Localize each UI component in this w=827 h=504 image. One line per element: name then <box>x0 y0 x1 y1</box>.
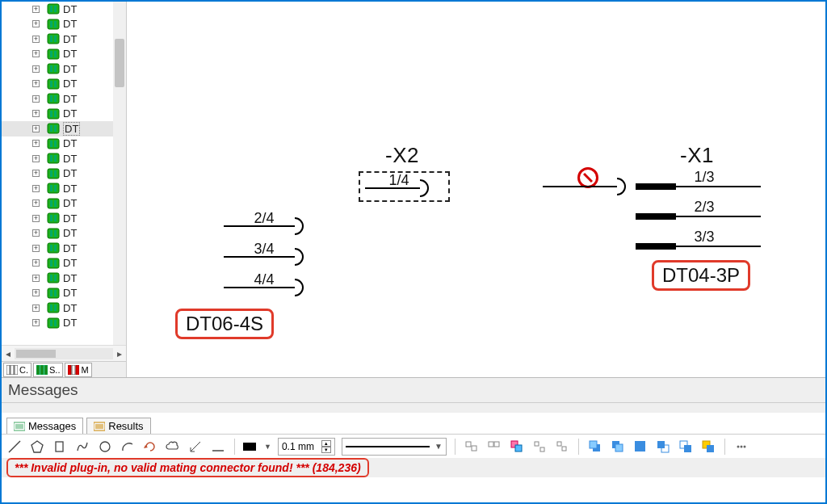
spline-tool-icon[interactable] <box>74 439 90 455</box>
drawing-canvas[interactable]: -X2 1/4 2/4 3/4 4/4 DT06-4S -X1 1/3 2/3 … <box>127 2 825 377</box>
spinner-up[interactable]: ▴ <box>321 440 331 447</box>
tree-item[interactable]: +DT <box>2 300 126 316</box>
tree-expander-icon[interactable]: + <box>32 80 40 87</box>
layers-tool-icon[interactable] <box>700 439 716 455</box>
bring-front-icon[interactable] <box>587 439 603 455</box>
tree-expander-icon[interactable]: + <box>32 215 40 222</box>
tree-item[interactable]: +DT <box>2 32 126 47</box>
tree-tab-label: M <box>81 365 88 375</box>
svg-rect-2 <box>54 6 57 12</box>
spinner-down[interactable]: ▾ <box>321 447 331 453</box>
align-tool-icon[interactable] <box>554 439 570 455</box>
cloud-tool-icon[interactable] <box>165 439 181 455</box>
tree-expander-icon[interactable]: + <box>32 20 40 27</box>
rotate-tool-icon[interactable] <box>142 439 158 455</box>
tree-tab-s[interactable]: S.. <box>33 363 63 377</box>
align-tool-icon[interactable] <box>531 439 548 455</box>
tree-expander-icon[interactable]: + <box>32 170 40 177</box>
connector-icon <box>47 153 60 164</box>
scroll-right-arrow[interactable]: ▸ <box>113 347 126 360</box>
tree-expander-icon[interactable]: + <box>32 110 40 117</box>
dimension-tool-icon[interactable] <box>187 439 204 455</box>
tree-item[interactable]: +DT <box>2 151 126 166</box>
line-style-dropdown[interactable]: ▼ <box>342 438 447 456</box>
tree-item[interactable]: +DT <box>2 121 126 136</box>
scroll-left-arrow[interactable]: ◂ <box>2 347 15 360</box>
tree-expander-icon[interactable]: + <box>32 95 40 103</box>
connector-icon <box>47 258 60 269</box>
tree-item[interactable]: +DT <box>2 181 126 196</box>
tree-item-label: DT <box>63 167 77 179</box>
tree-item-label: DT <box>63 227 77 239</box>
order-tool-icon[interactable] <box>655 439 671 455</box>
tree-tab-m[interactable]: M <box>65 363 91 377</box>
circle-tool-icon[interactable] <box>97 439 113 455</box>
svg-rect-62 <box>54 304 57 311</box>
line-width-input[interactable]: 0.1 mm ▴ ▾ <box>278 438 335 456</box>
tree-item[interactable]: +DT <box>2 316 126 331</box>
tree-item[interactable]: +DT <box>2 196 126 212</box>
rectangle-tool-icon[interactable] <box>52 439 68 455</box>
tree-item[interactable]: +DT <box>2 47 126 62</box>
baseline-tool-icon[interactable] <box>210 439 226 455</box>
order-tool-icon[interactable] <box>632 439 649 455</box>
tree-horizontal-scrollbar[interactable]: ◂ ▸ <box>2 345 126 361</box>
tree-item[interactable]: +DT <box>2 107 126 122</box>
tree-item[interactable]: +DT <box>2 241 126 256</box>
group-tool-icon[interactable] <box>509 439 525 455</box>
tree-item[interactable]: +DT <box>2 77 126 92</box>
tree-tab-label: C. <box>19 365 28 375</box>
align-tool-icon[interactable] <box>486 439 502 455</box>
tree-expander-icon[interactable]: + <box>32 6 40 13</box>
order-tool-icon[interactable] <box>678 439 694 455</box>
svg-rect-27 <box>48 139 59 149</box>
svg-rect-69 <box>36 365 40 375</box>
arc-tool-icon[interactable] <box>120 439 136 455</box>
tree-list[interactable]: +DT+DT+DT+DT+DT+DT+DT+DT+DT+DT+DT+DT+DT+… <box>2 2 126 345</box>
tree-item[interactable]: +DT <box>2 2 126 17</box>
svg-rect-13 <box>50 65 52 72</box>
tree-item[interactable]: +DT <box>2 286 126 301</box>
svg-rect-72 <box>68 365 71 375</box>
tree-item[interactable]: +DT <box>2 91 126 107</box>
tree-item[interactable]: +DT <box>2 211 126 226</box>
tree-item[interactable]: +DT <box>2 136 126 152</box>
tree-expander-icon[interactable]: + <box>32 125 40 132</box>
tree-expander-icon[interactable]: + <box>32 319 40 326</box>
tree-item[interactable]: +DT <box>2 271 126 286</box>
tab-results[interactable]: Results <box>86 418 150 434</box>
tree-expander-icon[interactable]: + <box>32 304 40 312</box>
tree-expander-icon[interactable]: + <box>32 245 40 252</box>
color-swatch[interactable] <box>243 443 256 451</box>
tree-expander-icon[interactable]: + <box>32 140 40 147</box>
line-tool-icon[interactable] <box>6 439 23 455</box>
tab-messages[interactable]: Messages <box>6 418 83 434</box>
dropdown-arrow-icon[interactable]: ▼ <box>264 443 271 451</box>
tree-expander-icon[interactable]: + <box>32 259 40 267</box>
align-tool-icon[interactable] <box>464 439 480 455</box>
scrollbar-thumb[interactable] <box>16 350 56 358</box>
tree-item[interactable]: +DT <box>2 256 126 271</box>
tree-item-label: DT <box>63 242 77 254</box>
polygon-tool-icon[interactable] <box>29 439 45 455</box>
tree-expander-icon[interactable]: + <box>32 65 40 73</box>
tree-expander-icon[interactable]: + <box>32 275 40 282</box>
scrollbar-thumb[interactable] <box>115 39 124 87</box>
tree-expander-icon[interactable]: + <box>32 36 40 43</box>
pin-symbol <box>224 254 321 271</box>
tree-vertical-scrollbar[interactable] <box>113 2 126 345</box>
tree-expander-icon[interactable]: + <box>32 185 40 192</box>
tree-expander-icon[interactable]: + <box>32 50 40 57</box>
tree-item[interactable]: +DT <box>2 61 126 77</box>
tree-item[interactable]: +DT <box>2 226 126 242</box>
tree-expander-icon[interactable]: + <box>32 289 40 296</box>
tree-expander-icon[interactable]: + <box>32 155 40 162</box>
tree-expander-icon[interactable]: + <box>32 229 40 237</box>
tree-item[interactable]: +DT <box>2 166 126 182</box>
send-back-icon[interactable] <box>610 439 626 455</box>
tree-item[interactable]: +DT <box>2 17 126 32</box>
tree-expander-icon[interactable]: + <box>32 200 40 207</box>
tree-tab-label: S.. <box>49 365 60 375</box>
tree-tab-c[interactable]: C. <box>3 363 31 377</box>
more-tools-icon[interactable] <box>733 439 749 455</box>
